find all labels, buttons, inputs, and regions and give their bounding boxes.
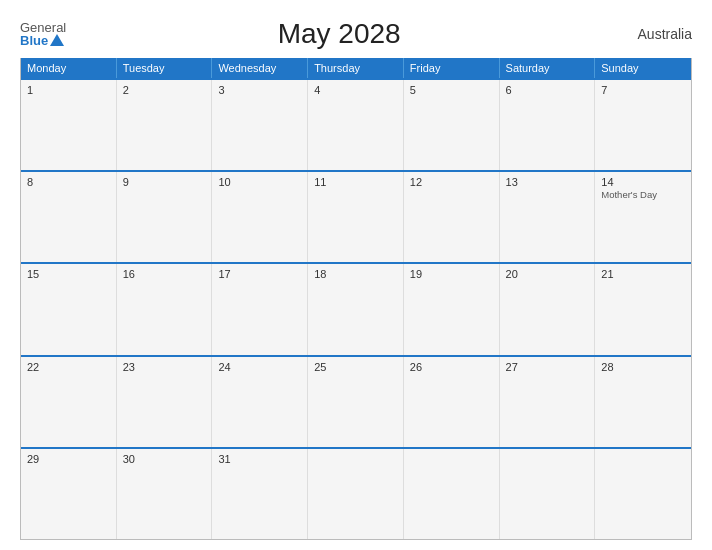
col-sunday: Sunday [595, 58, 691, 78]
calendar-page: General Blue May 2028 Australia Monday T… [0, 0, 712, 550]
cell-1: 1 [21, 80, 117, 170]
cell-20: 20 [500, 264, 596, 354]
cell-9: 9 [117, 172, 213, 262]
col-saturday: Saturday [500, 58, 596, 78]
cell-17: 17 [212, 264, 308, 354]
calendar-title: May 2028 [66, 18, 612, 50]
cell-empty-3 [500, 449, 596, 539]
logo: General Blue [20, 21, 66, 47]
cell-29: 29 [21, 449, 117, 539]
cell-16: 16 [117, 264, 213, 354]
cell-10: 10 [212, 172, 308, 262]
col-wednesday: Wednesday [212, 58, 308, 78]
cell-12: 12 [404, 172, 500, 262]
cell-27: 27 [500, 357, 596, 447]
logo-triangle-icon [50, 34, 64, 46]
cell-5: 5 [404, 80, 500, 170]
col-thursday: Thursday [308, 58, 404, 78]
calendar-grid: Monday Tuesday Wednesday Thursday Friday… [20, 58, 692, 540]
cell-14: 14 Mother's Day [595, 172, 691, 262]
col-friday: Friday [404, 58, 500, 78]
cell-28: 28 [595, 357, 691, 447]
cell-22: 22 [21, 357, 117, 447]
header: General Blue May 2028 Australia [20, 18, 692, 50]
week-2: 8 9 10 11 12 13 14 Mother's Day [21, 170, 691, 262]
week-1: 1 2 3 4 5 6 7 [21, 78, 691, 170]
col-tuesday: Tuesday [117, 58, 213, 78]
cell-21: 21 [595, 264, 691, 354]
calendar-header-row: Monday Tuesday Wednesday Thursday Friday… [21, 58, 691, 78]
cell-2: 2 [117, 80, 213, 170]
cell-empty-4 [595, 449, 691, 539]
cell-31: 31 [212, 449, 308, 539]
week-4: 22 23 24 25 26 27 28 [21, 355, 691, 447]
cell-23: 23 [117, 357, 213, 447]
cell-6: 6 [500, 80, 596, 170]
cell-26: 26 [404, 357, 500, 447]
cell-4: 4 [308, 80, 404, 170]
cell-19: 19 [404, 264, 500, 354]
week-5: 29 30 31 [21, 447, 691, 539]
cell-empty-1 [308, 449, 404, 539]
cell-25: 25 [308, 357, 404, 447]
cell-3: 3 [212, 80, 308, 170]
cell-30: 30 [117, 449, 213, 539]
cell-18: 18 [308, 264, 404, 354]
cell-11: 11 [308, 172, 404, 262]
country-label: Australia [612, 26, 692, 42]
mothers-day-event: Mother's Day [601, 189, 657, 200]
week-3: 15 16 17 18 19 20 21 [21, 262, 691, 354]
cell-15: 15 [21, 264, 117, 354]
col-monday: Monday [21, 58, 117, 78]
cell-empty-2 [404, 449, 500, 539]
cell-8: 8 [21, 172, 117, 262]
cell-7: 7 [595, 80, 691, 170]
cell-24: 24 [212, 357, 308, 447]
cell-13: 13 [500, 172, 596, 262]
logo-blue-text: Blue [20, 34, 64, 47]
